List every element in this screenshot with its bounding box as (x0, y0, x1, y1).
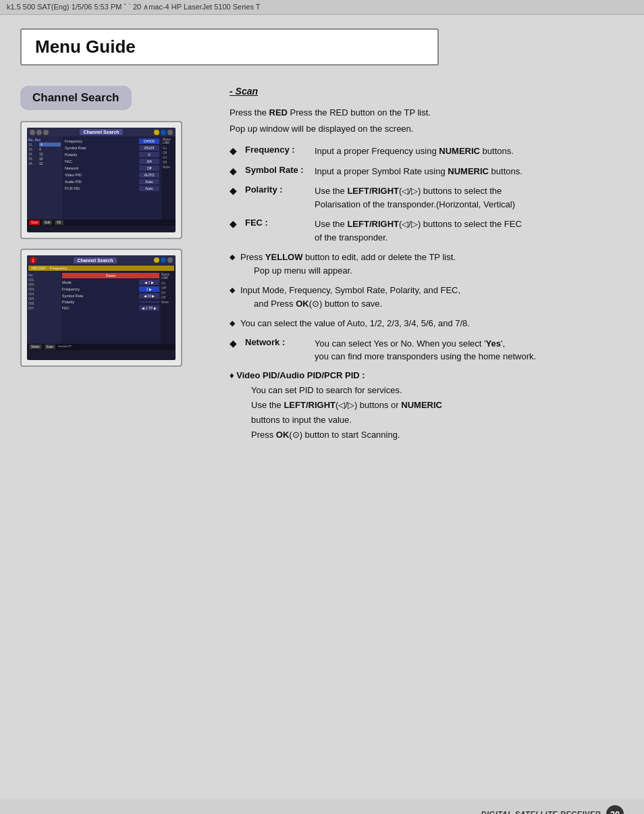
tv-list2-r2: 002. (28, 282, 59, 286)
screen1-title: Channel Search (80, 129, 124, 135)
screen-mockup-1: Channel Search No. Svc 31.4 (20, 121, 182, 239)
top-bar: k1.5 500 SAT(Eng) 1/5/06 5:53 PM ˇ ` 20 … (0, 0, 644, 15)
intro-text-2: Pop up window will be displayed on the s… (230, 122, 624, 136)
tv-list-hdr2: No. (28, 273, 59, 277)
tv2-v5: None (161, 301, 175, 304)
sym-desc: Input a proper Symbol Rate using NUMERIC… (315, 165, 624, 178)
tv2-v4: Off (161, 296, 175, 299)
tv-icon-gray-1 (167, 130, 173, 135)
tv-icon-blue-1 (161, 130, 166, 135)
input-indent: and Press OK(⊙) button to save. (240, 297, 624, 311)
screen-mockup-2: 1 Channel Search ABCDEF... Frequency ... (20, 249, 182, 367)
tv-val-4: Off (163, 161, 175, 164)
lr-bold-2: LEFT/RIGHT (347, 219, 399, 229)
tv-label-lnb: NameL/MF (163, 138, 175, 145)
bullet-input-mode: Input Mode, Frequency, Symbol Rate, Pola… (230, 284, 624, 310)
tv2-v1: On (161, 282, 175, 285)
tv-freq-highlight: ABCDEF... Frequency ... (28, 265, 174, 271)
page-number: 20 (606, 805, 624, 814)
tv-left-list-2: No. 001. 002. 003. 004. 005. 006. 007. (27, 272, 61, 344)
bullet-auto-values: You can select the value of Auto, 1/2, 2… (230, 317, 624, 330)
channel-search-title: Channel Search (32, 91, 119, 105)
bullet-symbol-rate: ◆ Symbol Rate : Input a proper Symbol Ra… (230, 165, 624, 178)
bullet-fec: ◆ FEC : Use the LEFT/RIGHT(◁/▷) buttons … (230, 218, 624, 244)
tv-val-1: Go (163, 147, 175, 150)
tv-header-2: 1 Channel Search (27, 255, 176, 265)
screen-inner-1: Channel Search No. Svc 31.4 (27, 128, 176, 232)
vidpid-line1: You can set PID to search for services. (251, 385, 402, 395)
tv2-mode: Mode◀ 1 ▶ (62, 280, 159, 285)
screen2-title: Channel Search (74, 257, 117, 263)
tv-btn-ok: OK (55, 220, 63, 225)
bullet-net-label-wrap: ◆ Network : (230, 337, 304, 349)
tv-ch-num: 1 (30, 257, 36, 263)
right-column: - Scan Press the RED Press the RED butto… (223, 86, 624, 449)
tv2-v3: GV (161, 291, 175, 295)
tv-field-freq: Frequency D4500 (65, 138, 159, 144)
tv-right-fields: Frequency D4500 Symbol Rate 28125 Polari… (62, 136, 162, 220)
numeric-bold-1: NUMERIC (439, 146, 480, 156)
tv2-btn-select: Select (29, 345, 42, 349)
tv-field-fec: FEC 3/4 (65, 159, 159, 164)
diamond-sym: ◆ (230, 166, 237, 176)
tv2-satellite: Satellite/TP (58, 345, 72, 349)
tv-footer-2: Select Scan Satellite/TP (27, 344, 176, 350)
diamond-freq: ◆ (230, 145, 237, 156)
tv-icons-1 (30, 130, 49, 135)
lr-bold-1: LEFT/RIGHT (347, 186, 399, 196)
page-wrapper: Menu Guide Channel Search (0, 15, 644, 798)
pol-desc: Use the LEFT/RIGHT(◁/▷) buttons to selec… (315, 184, 624, 211)
bullet-frequency: ◆ Frequency : Input a proper Frequency u… (230, 145, 624, 158)
tv-val-2: Off (163, 151, 175, 155)
diamond-net: ◆ (230, 338, 237, 349)
bullet-polarity: ◆ Polarity : Use the LEFT/RIGHT(◁/▷) but… (230, 184, 624, 211)
tv-val-3: GV (163, 156, 175, 159)
tv-body-2: No. 001. 002. 003. 004. 005. 006. 007. (27, 272, 176, 344)
tv-num-badge: 1 (30, 257, 36, 263)
tv-right-col: NameL/MF Go Off GV Off None (162, 136, 176, 220)
tv-icon-yellow-1 (154, 130, 159, 135)
tv-list-row-5: 36.12 (28, 161, 61, 166)
tv2-freq: Frequency1 ▶ (62, 286, 159, 292)
tv-list-row-4: 35.10 (28, 157, 61, 161)
tv2-btn-scan: Scan (45, 345, 55, 349)
tv-icon-blue-2 (161, 257, 166, 263)
footer-text: DIGITAL SATELLITE RECEIVER (481, 810, 601, 814)
tv-list2-r5: 005. (28, 297, 59, 301)
channel-search-label-box: Channel Search (20, 86, 132, 110)
ok-bold-2: OK (276, 430, 290, 440)
vidpid-section: ♦ Video PID/Audio PID/PCR PID : You can … (230, 370, 624, 442)
tv-icon-2 (36, 130, 42, 135)
tv2-v2: Off! (161, 286, 175, 290)
ok-bold-1: OK (296, 299, 309, 309)
tv-field-pcrpid: PCR PID Auto (65, 186, 159, 191)
menu-guide-banner: Menu Guide (20, 28, 439, 66)
tv-list2-r4: 004. (28, 292, 59, 296)
menu-guide-title: Menu Guide (35, 36, 424, 57)
vidpid-header: ♦ Video PID/Audio PID/PCR PID : (230, 370, 624, 380)
vidpid-line3: buttons to input the value. (251, 415, 352, 425)
tv-icons-right-2 (154, 257, 173, 263)
numeric-bold-2: NUMERIC (448, 166, 489, 176)
content-area: Channel Search Channel Search (20, 86, 624, 449)
bullet-yellow: Press YELLOW button to edit, add or dele… (230, 251, 624, 277)
tv-footer-1: Scan Edit OK (27, 220, 176, 226)
tv-field-polarity: Polarity 0 (65, 152, 159, 157)
tv2-fec: FEC◀ 1 TP ▶ (62, 305, 159, 311)
red-bold: RED (269, 107, 288, 118)
tv-left-list: No. Svc 31.4 32.4 34.12 35.10 36.12 (27, 136, 62, 220)
tv-header-1: Channel Search (27, 128, 176, 136)
sym-label: Symbol Rate : (245, 165, 304, 175)
tv-btn-edit: Edit (43, 220, 52, 225)
tv-field-vidpid: Video PID AUTO (65, 172, 159, 178)
diamond-pol: ◆ (230, 185, 237, 196)
yes-bold: Yes (486, 338, 501, 349)
tv-lnb-lbl2: NameL/MF (161, 273, 175, 280)
freq-label: Frequency : (245, 145, 295, 155)
fec-label: FEC : (245, 218, 268, 228)
bullet-pol-label-wrap: ◆ Polarity : (230, 184, 304, 196)
bullet-freq-label-wrap: ◆ Frequency : (230, 145, 304, 156)
tv2-symrate: Symbol Rate◀ 10 ▶ (62, 293, 159, 299)
bullet-sym-label-wrap: ◆ Symbol Rate : (230, 165, 304, 176)
tv-icon-1 (30, 130, 35, 135)
